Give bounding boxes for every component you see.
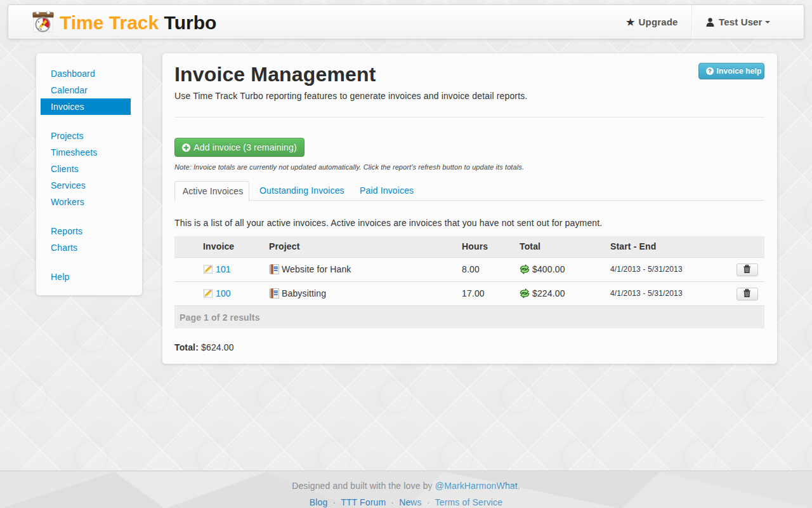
svg-text:?: ?: [709, 68, 712, 74]
